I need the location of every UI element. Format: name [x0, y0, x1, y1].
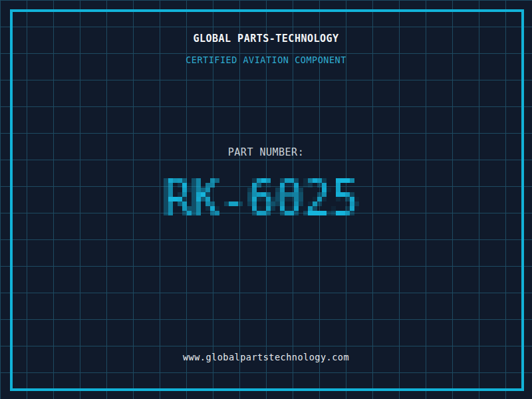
part-number-label: PART NUMBER:	[228, 146, 304, 158]
part-number-display	[154, 169, 378, 229]
website-url: www.globalpartstechnology.com	[0, 352, 532, 363]
company-title: GLOBAL PARTS-TECHNOLOGY	[193, 33, 338, 45]
certification-subtitle: CERTIFIED AVIATION COMPONENT	[186, 55, 346, 66]
certificate-card: GLOBAL PARTS-TECHNOLOGY CERTIFIED AVIATI…	[0, 0, 532, 399]
certificate-content: GLOBAL PARTS-TECHNOLOGY CERTIFIED AVIATI…	[0, 0, 532, 399]
